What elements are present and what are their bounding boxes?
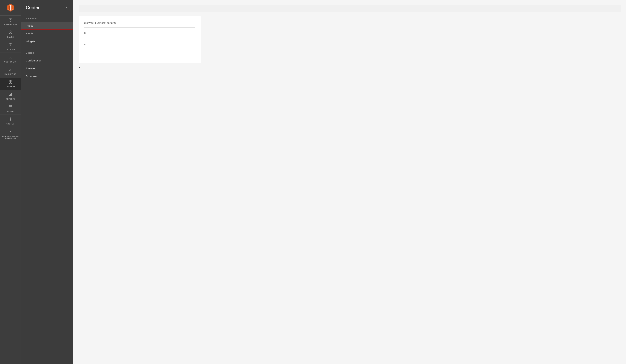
row-value: 1	[84, 42, 86, 45]
svg-point-12	[11, 69, 12, 70]
customers-icon	[8, 55, 12, 60]
reports-icon	[8, 92, 12, 97]
svg-rect-9	[9, 44, 12, 46]
sidebar-item-dashboard[interactable]: DASHBOARD	[0, 16, 21, 28]
main-panel: d of your business' perform It 1 1	[78, 16, 201, 63]
sidebar-item-label: MARKETING	[4, 73, 16, 75]
svg-rect-24	[10, 130, 11, 131]
bottom-label: R	[78, 66, 621, 69]
sidebar-item-label: CATALOG	[6, 48, 15, 50]
menu-item-blocks[interactable]: Blocks	[21, 30, 73, 37]
content-icon	[8, 80, 12, 85]
sidebar-item-marketing[interactable]: MARKETING	[0, 65, 21, 77]
sidebar-item-reports[interactable]: REPORTS	[0, 90, 21, 102]
sidebar-item-content[interactable]: CONTENT	[0, 77, 21, 90]
sidebar-item-label: DASHBOARD	[4, 24, 17, 26]
svg-rect-25	[11, 131, 12, 132]
elements-section-label: Elements	[21, 14, 73, 22]
svg-point-10	[10, 56, 11, 57]
row-value: 1	[84, 53, 86, 56]
menu-item-schedule[interactable]: Schedule	[21, 72, 73, 80]
row-value: It	[84, 32, 86, 34]
svg-rect-26	[10, 132, 11, 133]
sidebar-item-stores[interactable]: STORES	[0, 102, 21, 115]
sidebar-item-label: SALES	[7, 36, 14, 38]
sidebar: DASHBOARD $ SALES CATALOG CUSTOMERS MARK…	[0, 0, 21, 364]
svg-rect-15	[9, 82, 10, 83]
business-performance-text: d of your business' perform	[84, 21, 195, 24]
magento-logo-icon	[6, 3, 15, 12]
sidebar-item-system[interactable]: SYSTEM	[0, 115, 21, 127]
svg-rect-19	[11, 93, 12, 96]
svg-rect-23	[9, 131, 10, 132]
close-button[interactable]: ×	[65, 5, 69, 10]
dashboard-icon	[8, 18, 12, 23]
table-row: 1	[84, 40, 195, 47]
menu-item-widgets[interactable]: Widgets	[21, 37, 73, 45]
dropdown-title: Content	[26, 5, 42, 10]
table-row: It	[84, 30, 195, 36]
sidebar-item-find-partners[interactable]: FIND PARTNERS & EXTENSIONS	[0, 127, 21, 142]
menu-item-pages[interactable]: Pages	[21, 22, 73, 30]
svg-rect-13	[9, 80, 10, 82]
menu-item-themes[interactable]: Themes	[21, 64, 73, 72]
sidebar-item-catalog[interactable]: CATALOG	[0, 40, 21, 53]
extensions-icon	[8, 130, 12, 134]
svg-rect-21	[10, 107, 11, 108]
svg-rect-18	[10, 94, 11, 96]
svg-text:$: $	[10, 31, 11, 34]
system-icon	[8, 117, 12, 122]
content-dropdown-panel: Content × Elements Pages Blocks Widgets …	[21, 0, 73, 364]
dropdown-header: Content ×	[21, 0, 73, 14]
sidebar-item-label: CUSTOMERS	[4, 61, 17, 63]
table-row: 1	[84, 51, 195, 58]
svg-rect-4	[10, 5, 11, 10]
svg-rect-14	[11, 80, 12, 82]
sidebar-item-customers[interactable]: CUSTOMERS	[0, 53, 21, 65]
sidebar-item-label: REPORTS	[6, 98, 15, 100]
sidebar-logo	[0, 0, 21, 16]
design-section-label: Design	[21, 48, 73, 56]
marketing-icon	[8, 68, 12, 73]
sidebar-item-label: FIND PARTNERS & EXTENSIONS	[0, 135, 21, 139]
svg-rect-16	[11, 82, 12, 83]
catalog-icon	[8, 43, 12, 48]
sidebar-item-label: SYSTEM	[6, 123, 14, 125]
stores-icon	[8, 105, 12, 110]
svg-rect-17	[9, 95, 10, 96]
svg-point-6	[10, 20, 11, 20]
svg-rect-20	[9, 107, 12, 108]
svg-point-22	[10, 118, 11, 120]
sidebar-item-label: STORES	[6, 110, 14, 112]
sidebar-item-sales[interactable]: $ SALES	[0, 28, 21, 40]
sales-icon: $	[8, 30, 12, 35]
sidebar-item-label: CONTENT	[6, 86, 15, 88]
main-content: d of your business' perform It 1 1 R	[73, 0, 626, 364]
menu-item-configuration[interactable]: Configuration	[21, 57, 73, 64]
